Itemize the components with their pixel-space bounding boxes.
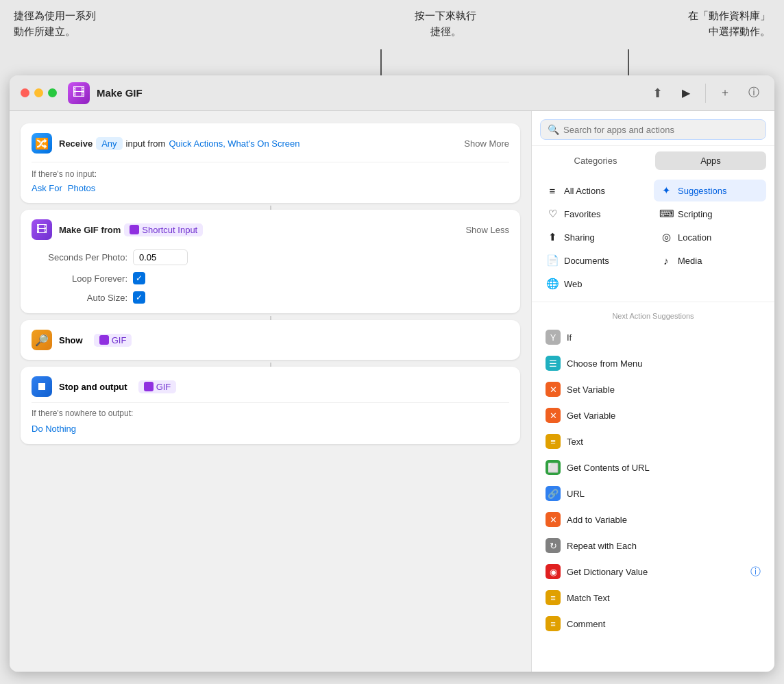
- minimize-button[interactable]: [34, 88, 43, 97]
- nowhere-label: If there's nowhere to output:: [32, 408, 509, 418]
- annotations: 捷徑為使用一系列 動作所建立。 按一下來執行 捷徑。 在「動作資料庫」 中選擇動…: [0, 0, 784, 75]
- shortcut-icon: [130, 225, 139, 234]
- receive-label: Receive: [59, 138, 93, 149]
- category-web[interactable]: 🌐 Web: [540, 273, 652, 295]
- comment-label: Comment: [567, 619, 605, 629]
- category-sharing[interactable]: ⬆ Sharing: [540, 226, 652, 248]
- tabs-row: Categories Apps: [532, 146, 774, 175]
- show-gif-badge[interactable]: GIF: [94, 334, 132, 347]
- category-location[interactable]: ◎ Location: [654, 226, 766, 248]
- loop-label: Loop Forever:: [32, 273, 127, 284]
- maximize-button[interactable]: [48, 88, 57, 97]
- any-badge[interactable]: Any: [96, 137, 122, 150]
- category-suggestions[interactable]: ✦ Suggestions: [654, 180, 766, 201]
- tab-categories[interactable]: Categories: [540, 151, 651, 170]
- set-variable-icon: ✕: [546, 382, 561, 397]
- sharing-label: Sharing: [564, 232, 595, 243]
- choose-menu-label: Choose from Menu: [567, 358, 643, 369]
- search-icon: 🔍: [548, 124, 559, 135]
- documents-icon: 📄: [546, 254, 559, 267]
- repeat-with-each-icon: ↻: [546, 538, 561, 553]
- annotation-left: 捷徑為使用一系列 動作所建立。: [14, 8, 192, 39]
- show-card: 🔎 Show GIF: [21, 320, 520, 360]
- workflow-panel: 🔀 Receive Any input from Quick Actions, …: [10, 111, 531, 672]
- source-badge[interactable]: Quick Actions, What's On Screen: [169, 138, 299, 149]
- suggestion-match-text[interactable]: ≡ Match Text: [540, 585, 766, 611]
- ask-for-option[interactable]: Ask For: [32, 183, 62, 193]
- input-from-label: input from: [126, 138, 166, 149]
- match-text-icon: ≡: [546, 590, 561, 605]
- suggestion-set-variable[interactable]: ✕ Set Variable: [540, 376, 766, 402]
- suggestion-get-contents-url[interactable]: ⬜ Get Contents of URL: [540, 454, 766, 480]
- suggestion-add-to-variable[interactable]: ✕ Add to Variable: [540, 506, 766, 533]
- makegif-card: 🎞 Make GIF from Shortcut Input Show Less…: [21, 210, 520, 313]
- url-label: URL: [567, 489, 585, 499]
- shortcut-badge-text: Shortcut Input: [142, 225, 197, 235]
- close-button[interactable]: [21, 88, 29, 97]
- tab-apps[interactable]: Apps: [655, 151, 766, 170]
- suggestion-text[interactable]: ≡ Text: [540, 428, 766, 454]
- suggestion-choose-from-menu[interactable]: ☰ Choose from Menu: [540, 350, 766, 376]
- stop-card-header: ⏹ Stop and output GIF: [32, 376, 509, 397]
- photos-option[interactable]: Photos: [68, 183, 95, 193]
- media-label: Media: [678, 256, 702, 266]
- autosize-checkbox[interactable]: ✓: [133, 291, 145, 304]
- suggestions-icon: ✦: [659, 184, 673, 197]
- makegif-text: Make GIF from Shortcut Input: [59, 223, 458, 236]
- shortcut-input-badge[interactable]: Shortcut Input: [124, 223, 203, 236]
- receive-icon: 🔀: [32, 133, 52, 154]
- no-input-options: Ask For Photos: [32, 183, 509, 193]
- category-documents[interactable]: 📄 Documents: [540, 249, 652, 271]
- share-button[interactable]: ⬆: [648, 84, 667, 103]
- category-all-actions[interactable]: ≡ All Actions: [540, 180, 652, 201]
- category-scripting[interactable]: ⌨ Scripting: [654, 203, 766, 225]
- add-to-library-button[interactable]: ＋: [715, 84, 735, 103]
- choose-menu-icon: ☰: [546, 356, 561, 371]
- suggestion-get-variable[interactable]: ✕ Get Variable: [540, 402, 766, 428]
- get-contents-url-icon: ⬜: [546, 460, 561, 475]
- search-input[interactable]: [563, 125, 759, 135]
- suggestion-get-dictionary-value[interactable]: ◉ Get Dictionary Value ⓘ: [540, 559, 766, 585]
- receive-card: 🔀 Receive Any input from Quick Actions, …: [21, 123, 520, 203]
- do-nothing-option[interactable]: Do Nothing: [32, 424, 76, 434]
- all-actions-icon: ≡: [546, 185, 559, 197]
- make-gif-label: Make GIF from: [59, 225, 121, 235]
- media-icon: ♪: [659, 255, 673, 267]
- category-grid: ≡ All Actions ✦ Suggestions ♡ Favorites …: [532, 175, 774, 299]
- set-variable-label: Set Variable: [567, 384, 615, 395]
- traffic-lights: [21, 88, 57, 97]
- suggestion-url[interactable]: 🔗 URL: [540, 480, 766, 506]
- seconds-input[interactable]: [133, 249, 188, 265]
- loop-checkbox[interactable]: ✓: [133, 272, 145, 284]
- info-button[interactable]: ⓘ: [744, 84, 763, 103]
- stop-icon: ⏹: [32, 376, 52, 397]
- stop-gif-badge[interactable]: GIF: [138, 380, 177, 393]
- suggestion-if[interactable]: Y If: [540, 324, 766, 350]
- play-button[interactable]: ▶: [676, 84, 696, 103]
- autosize-label: Auto Size:: [32, 293, 127, 303]
- show-less-button[interactable]: Show Less: [465, 225, 509, 235]
- panel-divider: [532, 302, 774, 302]
- location-icon: ◎: [659, 231, 673, 243]
- get-variable-label: Get Variable: [567, 411, 615, 421]
- url-icon: 🔗: [546, 486, 561, 501]
- get-contents-url-label: Get Contents of URL: [567, 463, 650, 473]
- stop-card: ⏹ Stop and output GIF If there's nowhere…: [21, 367, 520, 444]
- autosize-row: Auto Size: ✓: [32, 291, 509, 304]
- get-dictionary-icon: ◉: [546, 564, 561, 579]
- scripting-label: Scripting: [678, 209, 713, 219]
- category-media[interactable]: ♪ Media: [654, 249, 766, 271]
- show-more-button[interactable]: Show More: [464, 138, 509, 149]
- makegif-icon: 🎞: [32, 219, 52, 240]
- annotation-right: 在「動作資料庫」 中選擇動作。: [565, 8, 770, 39]
- stop-gif-icon: [144, 382, 154, 391]
- location-label: Location: [678, 232, 711, 243]
- main-window: 🎞 Make GIF ⬆ ▶ ＋ ⓘ 🔀 Receive Any input f…: [10, 75, 774, 672]
- repeat-with-each-label: Repeat with Each: [567, 541, 637, 551]
- get-dictionary-info-button[interactable]: ⓘ: [750, 565, 761, 578]
- suggestion-repeat-with-each[interactable]: ↻ Repeat with Each: [540, 533, 766, 559]
- suggestion-comment[interactable]: ≡ Comment: [540, 611, 766, 637]
- documents-label: Documents: [564, 256, 609, 266]
- category-favorites[interactable]: ♡ Favorites: [540, 203, 652, 225]
- suggestions-label: Suggestions: [678, 186, 727, 196]
